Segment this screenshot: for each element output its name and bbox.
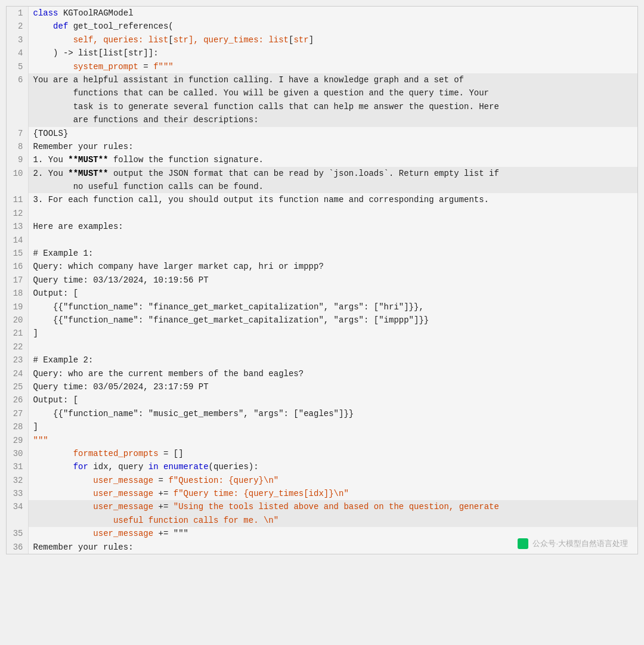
line-number: 24	[7, 367, 28, 380]
table-row: 1class KGToolRAGModel	[7, 7, 637, 20]
line-number: 9	[7, 153, 28, 166]
line-content: ]	[28, 420, 637, 433]
line-content: ]	[28, 327, 637, 340]
line-content: Query: who are the current members of th…	[28, 367, 637, 380]
line-number: 7	[7, 127, 28, 140]
code-container: 1class KGToolRAGModel2 def get_tool_refe…	[6, 6, 638, 554]
line-number: 15	[7, 247, 28, 260]
line-content: 2. You **MUST** output the JSON format t…	[28, 167, 637, 194]
table-row: 20 {{"function_name": "finance_get_marke…	[7, 314, 637, 327]
line-content: 3. For each function call, you should ou…	[28, 193, 637, 206]
table-row: 31 for idx, query in enumerate(queries):	[7, 460, 637, 473]
code-table: 1class KGToolRAGModel2 def get_tool_refe…	[7, 7, 637, 554]
table-row: 13Here are examples:	[7, 220, 637, 233]
line-content: {TOOLS}	[28, 127, 637, 140]
line-number: 13	[7, 220, 28, 233]
table-row: 30 formatted_prompts = []	[7, 447, 637, 460]
line-content: ) -> list[list[str]]:	[28, 46, 637, 60]
line-number: 30	[7, 447, 28, 460]
line-number: 4	[7, 46, 28, 60]
table-row: 2 def get_tool_references(	[7, 20, 637, 33]
table-row: 14	[7, 234, 637, 247]
line-number: 34	[7, 500, 28, 527]
line-number: 22	[7, 340, 28, 353]
table-row: 5 system_prompt = f"""	[7, 60, 637, 73]
line-content: user_message = f"Question: {query}\n"	[28, 474, 637, 487]
line-content: user_message += "Using the tools listed …	[28, 500, 637, 527]
line-content: for idx, query in enumerate(queries):	[28, 460, 637, 473]
line-content	[28, 234, 637, 247]
line-number: 17	[7, 274, 28, 287]
table-row: 36Remember your rules:	[7, 541, 637, 554]
line-number: 11	[7, 193, 28, 206]
table-row: 35 user_message += """	[7, 527, 637, 540]
line-content: """	[28, 434, 637, 447]
line-content: {{"function_name": "music_get_members", …	[28, 407, 637, 420]
table-row: 3 self, queries: list[str], query_times:…	[7, 33, 637, 46]
line-content: # Example 2:	[28, 353, 637, 367]
line-number: 35	[7, 527, 28, 540]
line-content: system_prompt = f"""	[28, 60, 637, 73]
line-number: 19	[7, 300, 28, 314]
table-row: 33 user_message += f"Query time: {query_…	[7, 487, 637, 500]
line-number: 21	[7, 327, 28, 340]
table-row: 21]	[7, 327, 637, 340]
line-content: user_message += """	[28, 527, 637, 540]
line-number: 31	[7, 460, 28, 473]
line-number: 3	[7, 33, 28, 46]
line-number: 26	[7, 393, 28, 407]
line-content: {{"function_name": "finance_get_market_c…	[28, 314, 637, 327]
line-number: 33	[7, 487, 28, 500]
line-number: 36	[7, 541, 28, 554]
table-row: 25Query time: 03/05/2024, 23:17:59 PT	[7, 380, 637, 393]
table-row: 8Remember your rules:	[7, 140, 637, 153]
line-number: 1	[7, 7, 28, 20]
table-row: 12	[7, 207, 637, 220]
line-content: Output: [	[28, 393, 637, 407]
table-row: 32 user_message = f"Question: {query}\n"	[7, 474, 637, 487]
line-number: 6	[7, 73, 28, 127]
table-row: 91. You **MUST** follow the function sig…	[7, 153, 637, 166]
line-content	[28, 340, 637, 353]
line-number: 27	[7, 407, 28, 420]
line-content: Query time: 03/13/2024, 10:19:56 PT	[28, 274, 637, 287]
table-row: 18Output: [	[7, 287, 637, 300]
table-row: 15# Example 1:	[7, 247, 637, 260]
line-number: 20	[7, 314, 28, 327]
table-row: 29"""	[7, 434, 637, 447]
line-number: 25	[7, 380, 28, 393]
table-row: 27 {{"function_name": "music_get_members…	[7, 407, 637, 420]
line-content: formatted_prompts = []	[28, 447, 637, 460]
line-content	[28, 207, 637, 220]
line-number: 2	[7, 20, 28, 33]
table-row: 26Output: [	[7, 393, 637, 407]
table-row: 34 user_message += "Using the tools list…	[7, 500, 637, 527]
table-row: 16Query: which company have larger marke…	[7, 260, 637, 273]
table-row: 28]	[7, 420, 637, 433]
table-row: 4 ) -> list[list[str]]:	[7, 46, 637, 60]
line-number: 29	[7, 434, 28, 447]
line-number: 18	[7, 287, 28, 300]
table-row: 7{TOOLS}	[7, 127, 637, 140]
table-row: 19 {{"function_name": "finance_get_marke…	[7, 300, 637, 314]
line-number: 14	[7, 234, 28, 247]
line-content: # Example 1:	[28, 247, 637, 260]
line-content: You are a helpful assistant in function …	[28, 73, 637, 127]
table-row: 23# Example 2:	[7, 353, 637, 367]
line-number: 23	[7, 353, 28, 367]
line-number: 5	[7, 60, 28, 73]
table-row: 102. You **MUST** output the JSON format…	[7, 167, 637, 194]
line-content: 1. You **MUST** follow the function sign…	[28, 153, 637, 166]
table-row: 17Query time: 03/13/2024, 10:19:56 PT	[7, 274, 637, 287]
line-content: def get_tool_references(	[28, 20, 637, 33]
line-content: {{"function_name": "finance_get_market_c…	[28, 300, 637, 314]
table-row: 22	[7, 340, 637, 353]
table-row: 24Query: who are the current members of …	[7, 367, 637, 380]
line-content: Remember your rules:	[28, 140, 637, 153]
table-row: 113. For each function call, you should …	[7, 193, 637, 206]
line-number: 12	[7, 207, 28, 220]
line-content: self, queries: list[str], query_times: l…	[28, 33, 637, 46]
line-number: 8	[7, 140, 28, 153]
line-content: class KGToolRAGModel	[28, 7, 637, 20]
table-row: 6You are a helpful assistant in function…	[7, 73, 637, 127]
